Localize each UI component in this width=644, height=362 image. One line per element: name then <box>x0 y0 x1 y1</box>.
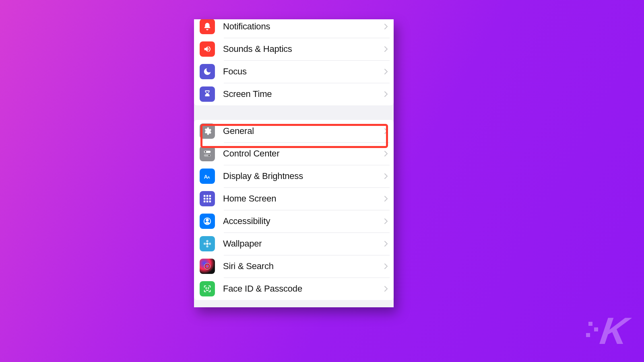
svg-rect-7 <box>206 195 208 197</box>
svg-point-16 <box>206 219 208 222</box>
svg-rect-8 <box>209 195 211 197</box>
svg-text:A: A <box>207 175 210 179</box>
settings-row-label: Face ID & Passcode <box>215 284 384 294</box>
chevron-right-icon <box>384 218 388 224</box>
chevron-right-icon <box>384 46 388 52</box>
row-divider <box>224 187 390 188</box>
svg-point-17 <box>206 243 208 245</box>
page-background: NotificationsSounds & HapticsFocusScreen… <box>0 0 644 362</box>
chevron-right-icon <box>384 150 388 157</box>
chevron-right-icon <box>384 23 388 30</box>
settings-row-label: Notifications <box>215 21 384 32</box>
siri-icon <box>200 259 215 274</box>
svg-point-20 <box>204 243 206 245</box>
svg-rect-11 <box>209 198 211 200</box>
settings-row-notifications[interactable]: Notifications <box>194 19 394 38</box>
settings-row-faceid[interactable]: Face ID & Passcode <box>194 278 394 300</box>
settings-row-wallpaper[interactable]: Wallpaper <box>194 232 394 255</box>
settings-row-label: Sounds & Haptics <box>215 44 384 54</box>
svg-rect-10 <box>206 198 208 200</box>
faceid-icon <box>200 281 215 296</box>
settings-row-display[interactable]: AADisplay & Brightness <box>194 165 394 187</box>
row-divider <box>224 232 390 233</box>
settings-row-label: Control Center <box>215 148 384 159</box>
chevron-right-icon <box>384 68 388 75</box>
svg-point-23 <box>206 288 206 288</box>
chevron-right-icon <box>384 195 388 202</box>
settings-row-label: Focus <box>215 66 384 77</box>
svg-point-21 <box>209 243 211 245</box>
settings-row-label: Siri & Search <box>215 261 384 272</box>
watermark: K <box>586 316 628 346</box>
settings-row-label: Accessibility <box>215 216 384 226</box>
hourglass-icon <box>200 86 215 102</box>
settings-group: GeneralControl CenterAADisplay & Brightn… <box>194 120 394 300</box>
svg-point-18 <box>206 240 208 243</box>
aa-icon: AA <box>200 169 215 184</box>
svg-point-3 <box>208 155 210 156</box>
settings-row-label: Display & Brightness <box>215 171 384 181</box>
gear-icon <box>200 123 215 139</box>
settings-row-label: Screen Time <box>215 89 384 99</box>
chevron-right-icon <box>384 91 388 97</box>
settings-row-accessibility[interactable]: Accessibility <box>194 210 394 232</box>
settings-panel: NotificationsSounds & HapticsFocusScreen… <box>194 19 394 307</box>
settings-group: NotificationsSounds & HapticsFocusScreen… <box>194 19 394 105</box>
chevron-right-icon <box>384 241 388 247</box>
person-icon <box>200 214 215 229</box>
svg-point-19 <box>206 245 208 248</box>
row-divider <box>224 38 390 38</box>
row-divider <box>224 83 390 83</box>
chevron-right-icon <box>384 286 388 292</box>
row-divider <box>224 60 390 61</box>
svg-point-22 <box>204 263 211 269</box>
svg-rect-9 <box>204 198 206 200</box>
settings-row-sounds[interactable]: Sounds & Haptics <box>194 38 394 60</box>
chevron-right-icon <box>384 173 388 179</box>
row-divider <box>224 255 390 255</box>
row-divider <box>224 142 390 143</box>
settings-row-label: Home Screen <box>215 193 384 204</box>
chevron-right-icon <box>384 128 388 134</box>
svg-point-2 <box>205 151 206 153</box>
svg-rect-12 <box>204 201 206 203</box>
row-divider <box>224 210 390 210</box>
svg-rect-6 <box>204 195 206 197</box>
watermark-letter: K <box>599 316 630 346</box>
settings-row-controlcenter[interactable]: Control Center <box>194 142 394 165</box>
speaker-icon <box>200 41 215 57</box>
svg-point-24 <box>208 288 209 288</box>
svg-rect-13 <box>206 201 208 203</box>
settings-row-siri[interactable]: Siri & Search <box>194 255 394 278</box>
switches-icon <box>200 146 215 161</box>
row-divider <box>224 278 390 278</box>
settings-row-homescreen[interactable]: Home Screen <box>194 187 394 210</box>
settings-row-screentime[interactable]: Screen Time <box>194 83 394 105</box>
settings-row-focus[interactable]: Focus <box>194 60 394 83</box>
watermark-dots-icon <box>586 322 598 346</box>
flower-icon <box>200 236 215 251</box>
svg-rect-14 <box>209 201 211 203</box>
settings-row-general[interactable]: General <box>194 120 394 142</box>
grid-icon <box>200 191 215 206</box>
bell-icon <box>200 19 215 34</box>
settings-row-label: Wallpaper <box>215 239 384 249</box>
chevron-right-icon <box>384 263 388 269</box>
settings-row-label: General <box>215 126 384 136</box>
moon-icon <box>200 64 215 79</box>
row-divider <box>224 165 390 165</box>
